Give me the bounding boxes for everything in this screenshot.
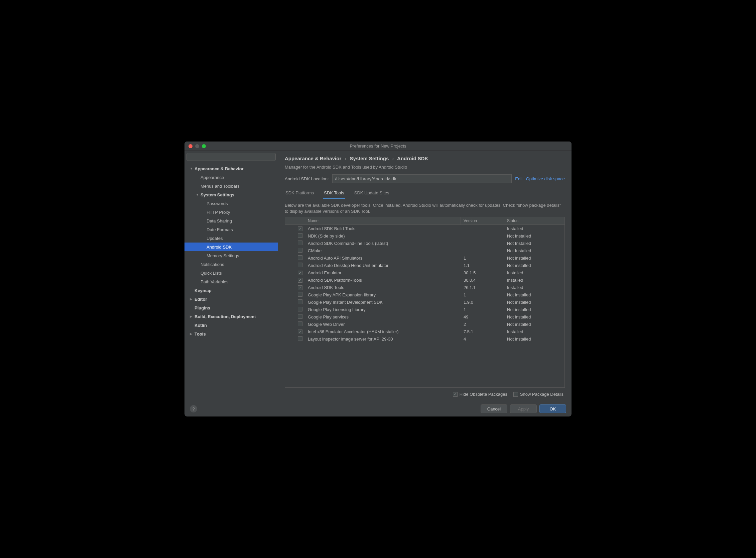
- checkbox-icon[interactable]: [298, 307, 302, 311]
- help-icon[interactable]: ?: [190, 405, 197, 412]
- sidebar-item-label: Quick Lists: [200, 271, 222, 276]
- cell-status: Not installed: [504, 291, 565, 299]
- table-row[interactable]: Google Play Instant Development SDK1.9.0…: [285, 298, 565, 306]
- sidebar-item[interactable]: Appearance: [185, 173, 278, 182]
- sidebar-item[interactable]: Memory Settings: [185, 251, 278, 260]
- ok-button[interactable]: OK: [539, 404, 566, 413]
- table-row[interactable]: Google Play Licensing Library1Not instal…: [285, 306, 565, 313]
- checkbox-icon[interactable]: [298, 255, 302, 260]
- table-row[interactable]: Android Emulator30.1.5Installed: [285, 269, 565, 276]
- cell-version: [461, 249, 504, 252]
- table-row[interactable]: Android SDK Build-ToolsInstalled: [285, 225, 565, 232]
- cell-status: Installed: [504, 269, 565, 277]
- sidebar-item[interactable]: Menus and Toolbars: [185, 182, 278, 191]
- table-row[interactable]: Android Auto Desktop Head Unit emulator1…: [285, 261, 565, 269]
- table-row[interactable]: Layout Inspector image server for API 29…: [285, 335, 565, 343]
- checkbox-icon[interactable]: [298, 322, 302, 326]
- table-row[interactable]: CMakeNot Installed: [285, 247, 565, 254]
- sidebar-item[interactable]: Plugins: [185, 303, 278, 312]
- sidebar-item[interactable]: Notifications: [185, 260, 278, 269]
- sidebar-item[interactable]: Keymap: [185, 286, 278, 295]
- cell-name: Google Play services: [305, 313, 461, 321]
- sidebar-item-label: Appearance & Behavior: [194, 166, 244, 171]
- breadcrumb: Appearance & Behavior › System Settings …: [285, 156, 565, 161]
- preferences-window: Preferences for New Projects ⌕ ▼Appearan…: [185, 142, 571, 416]
- checkbox-icon[interactable]: [298, 233, 302, 238]
- checkbox-icon[interactable]: [298, 240, 302, 245]
- tab[interactable]: SDK Tools: [323, 188, 345, 199]
- checkbox-icon[interactable]: [298, 336, 302, 341]
- sdk-location-input[interactable]: [332, 174, 512, 183]
- checkbox-icon[interactable]: [298, 330, 302, 334]
- sidebar-item-label: Plugins: [194, 305, 210, 310]
- optimize-disk-link[interactable]: Optimize disk space: [526, 176, 565, 181]
- sidebar-item-label: Keymap: [194, 288, 212, 293]
- sidebar-item-label: Appearance: [200, 175, 224, 180]
- table-row[interactable]: NDK (Side by side)Not Installed: [285, 232, 565, 239]
- sidebar-item[interactable]: Updates: [185, 234, 278, 243]
- sidebar-item[interactable]: Data Sharing: [185, 217, 278, 225]
- window-title: Preferences for New Projects: [185, 144, 571, 149]
- checkbox-icon[interactable]: [298, 299, 302, 304]
- sidebar-item[interactable]: Date Formats: [185, 225, 278, 234]
- checkbox-icon[interactable]: [298, 248, 302, 253]
- chevron-right-icon: ▶: [190, 297, 194, 301]
- cell-status: Not installed: [504, 261, 565, 269]
- table-row[interactable]: Android Auto API Simulators1Not installe…: [285, 254, 565, 261]
- table-header: Name Version Status: [285, 217, 565, 225]
- cell-version: 30.0.4: [461, 276, 504, 284]
- cell-version: [461, 234, 504, 237]
- sidebar-item-label: Passwords: [207, 201, 228, 206]
- sidebar-item[interactable]: ▼Appearance & Behavior: [185, 164, 278, 173]
- table-row[interactable]: Intel x86 Emulator Accelerator (HAXM ins…: [285, 328, 565, 335]
- show-details-option[interactable]: Show Package Details: [513, 392, 564, 397]
- checkbox-icon[interactable]: [298, 278, 302, 283]
- sidebar-item[interactable]: Path Variables: [185, 277, 278, 286]
- table-row[interactable]: Android SDK Command-line Tools (latest)N…: [285, 239, 565, 247]
- sidebar-item[interactable]: HTTP Proxy: [185, 208, 278, 217]
- cell-status: Not installed: [504, 321, 565, 328]
- sidebar-item[interactable]: ▶Tools: [185, 330, 278, 338]
- sidebar-item[interactable]: Quick Lists: [185, 269, 278, 277]
- checkbox-icon[interactable]: [298, 292, 302, 297]
- cell-name: Android SDK Platform-Tools: [305, 276, 461, 284]
- tab[interactable]: SDK Platforms: [285, 188, 315, 199]
- apply-button[interactable]: Apply: [510, 404, 537, 413]
- sidebar-item[interactable]: Kotlin: [185, 321, 278, 330]
- hide-obsolete-option[interactable]: Hide Obsolete Packages: [453, 392, 507, 397]
- titlebar: Preferences for New Projects: [185, 142, 571, 151]
- cell-version: [461, 242, 504, 245]
- chevron-down-icon: ▼: [196, 193, 200, 196]
- sidebar-item[interactable]: Passwords: [185, 199, 278, 208]
- cell-version: 1: [461, 254, 504, 262]
- sidebar-item-label: Notifications: [200, 262, 224, 267]
- sidebar-item[interactable]: ▼System Settings: [185, 191, 278, 199]
- sidebar-item[interactable]: ▶Editor: [185, 295, 278, 303]
- sidebar-item[interactable]: Android SDK: [185, 243, 278, 251]
- checkbox-icon[interactable]: [298, 227, 302, 231]
- checkbox-icon[interactable]: [298, 285, 302, 290]
- table-row[interactable]: Google Play APK Expansion library1Not in…: [285, 291, 565, 298]
- table-row[interactable]: Google Play services49Not installed: [285, 313, 565, 321]
- checkbox-icon[interactable]: [298, 262, 302, 267]
- table-row[interactable]: Google Web Driver2Not installed: [285, 321, 565, 328]
- hide-obsolete-label: Hide Obsolete Packages: [460, 392, 507, 397]
- cell-name: Google Web Driver: [305, 321, 461, 328]
- column-version[interactable]: Version: [461, 217, 504, 225]
- checkbox-icon[interactable]: [298, 271, 302, 275]
- table-row[interactable]: Android SDK Platform-Tools30.0.4Installe…: [285, 276, 565, 284]
- cell-name: Layout Inspector image server for API 29…: [305, 335, 461, 343]
- edit-location-link[interactable]: Edit: [515, 176, 522, 181]
- checkbox-icon[interactable]: [298, 314, 302, 319]
- sidebar-item-label: Updates: [207, 236, 223, 241]
- sidebar-item[interactable]: ▶Build, Execution, Deployment: [185, 312, 278, 321]
- checkbox-icon: [513, 392, 518, 397]
- cell-version: 7.5.1: [461, 328, 504, 335]
- column-status[interactable]: Status: [504, 217, 565, 225]
- cancel-button[interactable]: Cancel: [481, 404, 507, 413]
- column-name[interactable]: Name: [305, 217, 461, 225]
- table-row[interactable]: Android SDK Tools26.1.1Installed: [285, 284, 565, 291]
- cell-status: Not installed: [504, 306, 565, 313]
- tab[interactable]: SDK Update Sites: [354, 188, 390, 199]
- search-input[interactable]: [187, 153, 276, 161]
